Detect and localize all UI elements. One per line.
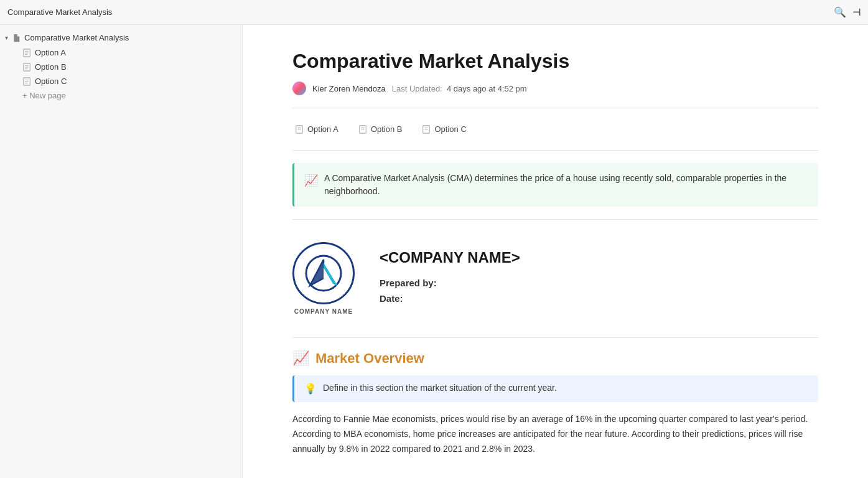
author-name: Kier Zoren Mendoza [312,84,386,93]
sidebar-root-label: Comparative Market Analysis [24,33,129,42]
company-name: <COMPANY NAME> [380,249,520,266]
sidebar-item-option-c[interactable]: Option C [0,74,242,88]
search-icon[interactable]: 🔍 [834,6,846,18]
doc-icon-b [22,63,31,72]
layout: ▾ Comparative Market Analysis Option A O… [0,25,868,478]
topbar-icons: 🔍 ⊣ [834,6,861,18]
sidebar-item-root[interactable]: ▾ Comparative Market Analysis [0,30,242,45]
lightbulb-icon: 💡 [304,383,317,395]
sidebar-option-a-label: Option A [35,48,66,57]
tab-doc-icon-a [295,125,304,134]
company-block: COMPANY NAME <COMPANY NAME> Prepared by:… [292,230,818,327]
divider-1 [292,108,818,108]
sidebar-item-option-b[interactable]: Option B [0,60,242,74]
intro-callout-text: A Comparative Market Analysis (CMA) dete… [324,172,808,198]
chevron-down-icon: ▾ [5,34,8,41]
tab-doc-icon-c [422,125,431,134]
market-body-text: According to Fannie Mae economists, pric… [292,412,818,456]
sidebar: ▾ Comparative Market Analysis Option A O… [0,25,243,478]
company-logo-wrap: COMPANY NAME [292,242,355,315]
last-updated-value: 4 days ago at 4:52 pm [447,84,527,93]
chart-icon: 📈 [304,172,318,189]
market-icon: 📈 [292,350,309,367]
new-page-label: + New page [22,91,66,100]
prepared-by-label: Prepared by: [380,278,437,288]
tab-option-c-label: Option C [434,124,466,134]
divider-2 [292,150,818,151]
market-callout-text: Define in this section the market situat… [323,383,557,393]
doc-icon-a [22,49,31,57]
tab-option-a[interactable]: Option A [292,123,341,135]
tab-option-c[interactable]: Option C [419,123,469,135]
company-logo-svg [305,255,342,292]
company-logo-name: COMPANY NAME [294,308,353,315]
market-callout: 💡 Define in this section the market situ… [292,375,818,402]
export-icon[interactable]: ⊣ [852,7,861,18]
main-content: Comparative Market Analysis Kier Zoren M… [243,25,868,478]
author-row: Kier Zoren Mendoza Last Updated: 4 days … [292,82,818,95]
new-page-button[interactable]: + New page [0,88,242,103]
company-info: <COMPANY NAME> Prepared by: Date: [380,249,520,309]
tab-option-b[interactable]: Option B [356,123,405,135]
date-label: Date: [380,293,403,304]
tab-doc-icon-b [358,125,367,134]
doc-icon-c [22,77,31,86]
page-title: Comparative Market Analysis [292,50,818,73]
company-logo [292,242,355,304]
topbar-title: Comparative Market Analysis [7,7,112,17]
sidebar-option-b-label: Option B [35,62,67,72]
divider-3 [292,219,818,220]
avatar [292,82,306,95]
topbar: Comparative Market Analysis 🔍 ⊣ [0,0,868,25]
sidebar-option-c-label: Option C [35,77,67,86]
intro-callout: 📈 A Comparative Market Analysis (CMA) de… [292,163,818,207]
market-overview-heading: 📈 Market Overview [292,350,818,367]
prepared-by-field: Prepared by: [380,278,520,288]
last-updated: Last Updated: 4 days ago at 4:52 pm [392,84,527,93]
sub-tabs: Option A Option B Option C [292,118,818,140]
sidebar-item-option-a[interactable]: Option A [0,45,242,60]
market-overview-title: Market Overview [315,350,424,367]
tab-option-b-label: Option B [371,124,403,134]
tab-option-a-label: Option A [307,124,338,134]
divider-4 [292,337,818,338]
date-field: Date: [380,293,520,304]
doc-icon [12,34,21,42]
